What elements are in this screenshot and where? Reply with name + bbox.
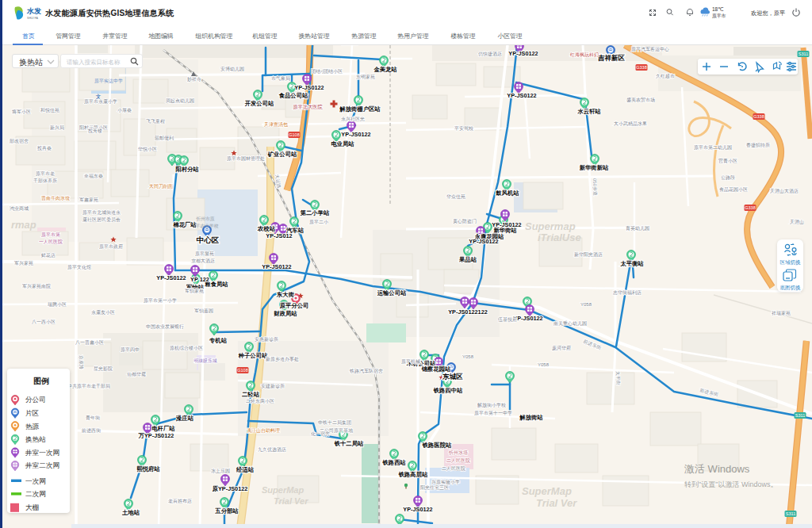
svg-text:18℃: 18℃ — [712, 6, 724, 12]
svg-text:电杆厂站: 电杆厂站 — [151, 425, 175, 432]
svg-text:Y058: Y058 — [462, 354, 474, 359]
svg-text:熙悦府站: 熙悦府站 — [136, 465, 160, 473]
svg-text:经适站: 经适站 — [236, 466, 255, 473]
svg-text:G338: G338 — [753, 114, 764, 119]
svg-text:原平市北城街道永: 原平市北城街道永 — [82, 209, 121, 216]
svg-text:原平二小: 原平二小 — [309, 219, 329, 224]
svg-text:育英幼儿园: 育英幼儿园 — [626, 225, 649, 231]
svg-text:兴原实验小学: 兴原实验小学 — [431, 479, 460, 484]
svg-text:SHUI FA: SHUI FA — [27, 17, 39, 20]
svg-text:锦察花园站: 锦察花园站 — [421, 365, 451, 373]
svg-text:忻州市原: 忻州市原 — [195, 216, 214, 221]
svg-text:Y058: Y058 — [538, 362, 550, 367]
svg-text:井室一次网: 井室一次网 — [25, 449, 59, 457]
svg-text:仿快捷酒店: 仿快捷酒店 — [477, 51, 502, 57]
svg-text:矿业公司站: 矿业公司站 — [267, 151, 297, 158]
svg-text:天涯山大酒店: 天涯山大酒店 — [770, 188, 799, 194]
svg-text:水云轩站: 水云轩站 — [576, 108, 601, 115]
svg-text:050乡道: 050乡道 — [592, 178, 598, 196]
svg-text:G108: G108 — [237, 368, 247, 373]
svg-text:原平市老: 原平市老 — [36, 170, 55, 176]
svg-text:吉祥新区: 吉祥新区 — [597, 54, 626, 62]
svg-text:原平机械: 原平机械 — [401, 358, 420, 364]
svg-text:解放街站: 解放街站 — [519, 414, 543, 421]
svg-text:五分部站: 五分部站 — [214, 507, 239, 515]
svg-text:新兴局: 新兴局 — [50, 124, 64, 131]
svg-text:军兴家苑: 军兴家苑 — [14, 260, 33, 266]
svg-text:幸福东巷: 幸福东巷 — [83, 173, 103, 179]
svg-text:飞飞童程: 飞飞童程 — [146, 118, 165, 124]
svg-text:原平市政府: 原平市政府 — [99, 243, 123, 249]
svg-text:永兴社区光: 永兴社区光 — [341, 116, 365, 122]
svg-text:水发: 水发 — [26, 7, 41, 15]
svg-text:青年街: 青年街 — [86, 415, 101, 421]
svg-text:军怡嘉园: 军怡嘉园 — [194, 308, 213, 314]
svg-text:新华街新站: 新华街新站 — [579, 164, 609, 171]
svg-text:和悦佳苑: 和悦佳苑 — [40, 107, 59, 113]
svg-text:原平市: 原平市 — [712, 13, 726, 18]
svg-text:二轻东两小区: 二轻东两小区 — [246, 398, 274, 404]
svg-text:原机综合楼小区: 原机综合楼小区 — [170, 345, 203, 351]
svg-text:东城区: 东城区 — [442, 373, 463, 381]
svg-text:京都大酒店: 京都大酒店 — [191, 258, 215, 264]
svg-text:团结小区: 团结小区 — [324, 68, 343, 75]
svg-text:铁十二局站: 铁十二局站 — [334, 440, 364, 447]
svg-text:澡庄站: 澡庄站 — [175, 415, 194, 422]
svg-text:原平市第二幼儿园: 原平市第二幼儿园 — [694, 144, 732, 151]
svg-text:原平四中: 原平四中 — [121, 346, 140, 353]
svg-text:二人民医院: 二人民医院 — [442, 465, 465, 472]
svg-text:原平北大医院: 原平北大医院 — [293, 104, 323, 110]
svg-text:仙都华庭: 仙都华庭 — [127, 371, 146, 377]
svg-text:农校站: 农校站 — [257, 225, 276, 232]
svg-text:原平分公司: 原平分公司 — [279, 302, 308, 309]
svg-text:中国农业发展银行: 中国农业发展银行 — [146, 323, 184, 330]
svg-text:公路段: 公路段 — [721, 175, 735, 181]
svg-text:化一宿舍: 化一宿舍 — [311, 430, 330, 437]
svg-text:金美龙站: 金美龙站 — [373, 66, 397, 73]
svg-text:棉花厂站: 棉花厂站 — [172, 221, 197, 228]
svg-text:投再巷: 投再巷 — [36, 145, 52, 151]
svg-text:原平文化馆: 原平文化馆 — [67, 264, 91, 270]
svg-text:星光影院: 星光影院 — [94, 365, 113, 372]
svg-text:二次网: 二次网 — [25, 490, 46, 498]
svg-text:漓江山自助料理: 漓江山自助料理 — [247, 427, 280, 434]
svg-text:妙祥寺: 妙祥寺 — [187, 76, 201, 82]
svg-text:红海枫玩科幻: 红海枫玩科幻 — [569, 52, 599, 58]
svg-text:华众佳苑: 华众佳苑 — [446, 194, 465, 200]
svg-text:原平市第: 原平市第 — [41, 231, 60, 237]
svg-text:庞河华府: 庞河华府 — [552, 345, 571, 351]
svg-text:片区: 片区 — [25, 409, 40, 417]
svg-text:YP-JS0122: YP-JS0122 — [492, 221, 521, 228]
svg-text:平农业学校: 平农业学校 — [196, 223, 219, 228]
svg-text:原平市第十一中学: 原平市第十一中学 — [474, 410, 512, 415]
svg-text:将军小区: 将军小区 — [11, 109, 31, 114]
svg-text:东明家苑: 东明家苑 — [356, 74, 375, 80]
svg-text:分公司: 分公司 — [25, 396, 46, 404]
svg-text:小厚巷: 小厚巷 — [117, 108, 132, 113]
svg-text:G338: G338 — [745, 205, 755, 210]
svg-text:YP-JS0122: YP-JS0122 — [294, 84, 324, 91]
svg-text:种子公司站: 种子公司站 — [238, 352, 268, 359]
svg-text:解放街小学校: 解放街小学校 — [477, 402, 506, 408]
svg-text:久红超市: 久红超市 — [656, 73, 675, 79]
svg-text:部改宿舍: 部改宿舍 — [9, 138, 29, 144]
svg-text:二人民医院: 二人民医院 — [446, 457, 470, 464]
svg-text:周起点幼儿园: 周起点幼儿园 — [166, 98, 194, 104]
svg-text:鸿业商城: 鸿业商城 — [10, 205, 29, 211]
svg-text:平安驾校: 平安驾校 — [454, 125, 473, 131]
svg-text:春捷招待所: 春捷招待所 — [746, 143, 770, 148]
svg-text:YP-JS0122: YP-JS0122 — [508, 50, 538, 57]
svg-text:祥瑞家苑: 祥瑞家苑 — [772, 310, 791, 316]
svg-text:市气象局: 市气象局 — [271, 75, 290, 82]
svg-text:原平市园林管理处: 原平市园林管理处 — [227, 155, 265, 162]
svg-text:中铁十二局集团: 中铁十二局集团 — [318, 419, 351, 426]
svg-text:YP-JS0122: YP-JS0122 — [507, 92, 536, 99]
svg-text:食品公司站: 食品公司站 — [278, 92, 308, 99]
svg-text:伍基悦府: 伍基悦府 — [497, 316, 517, 323]
svg-text:Trial Ver: Trial Ver — [536, 497, 577, 509]
svg-text:解放街棚户区站: 解放街棚户区站 — [339, 105, 381, 113]
svg-text:永康友小区: 永康友小区 — [91, 309, 115, 316]
svg-text:原YP-JS0122: 原YP-JS0122 — [212, 485, 248, 492]
svg-text:万YP-JS0122: 万YP-JS0122 — [138, 432, 174, 439]
svg-text:电业局站: 电业局站 — [331, 140, 354, 147]
